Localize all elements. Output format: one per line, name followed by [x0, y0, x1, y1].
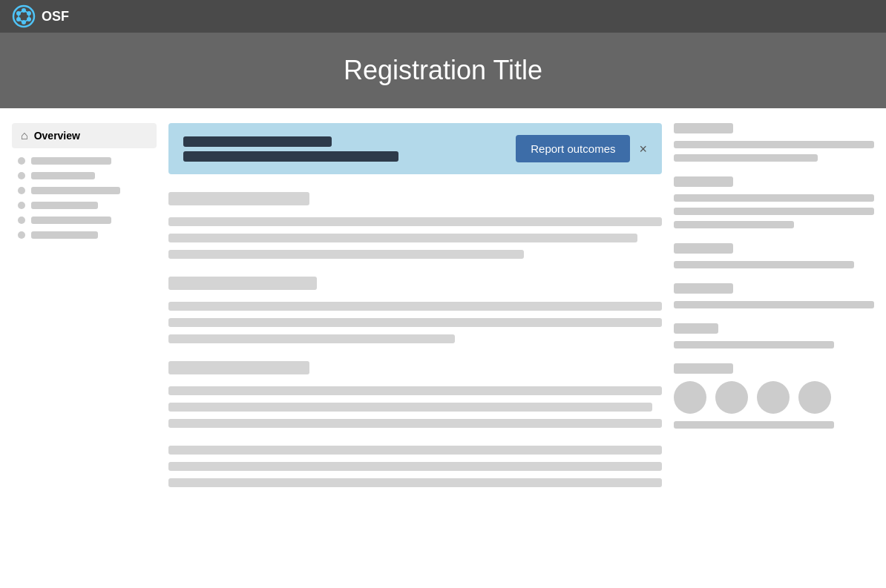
block-line	[168, 334, 455, 343]
rs-title	[674, 283, 733, 294]
rs-title	[674, 176, 733, 187]
list-item[interactable]	[18, 172, 157, 179]
sidebar-dot	[18, 202, 25, 209]
rs-block-4	[674, 283, 874, 308]
block-line	[168, 217, 662, 226]
block-line	[168, 386, 662, 395]
top-navigation: OSF	[0, 0, 886, 33]
sidebar-bar	[31, 172, 95, 179]
list-item[interactable]	[18, 202, 157, 209]
alert-text-line2	[183, 151, 398, 162]
osf-logo-text: OSF	[42, 9, 69, 24]
rs-title	[674, 123, 733, 133]
home-icon: ⌂	[21, 129, 28, 142]
alert-text-line1	[183, 136, 332, 147]
sidebar-bar	[31, 202, 98, 209]
rs-line	[674, 208, 874, 215]
content-block-3	[168, 361, 662, 428]
rs-line	[674, 421, 834, 429]
alert-actions: Report outcomes ×	[516, 135, 647, 162]
block-line	[168, 419, 662, 428]
main-content: Report outcomes ×	[168, 123, 662, 505]
rs-block-contributors	[674, 363, 874, 429]
content-block-1	[168, 192, 662, 259]
content-block-4	[168, 446, 662, 487]
avatar[interactable]	[715, 381, 748, 414]
rs-line	[674, 221, 794, 228]
rs-block-5	[674, 323, 874, 348]
rs-line	[674, 301, 874, 308]
rs-contributors-title	[674, 363, 733, 374]
osf-logo-icon	[12, 4, 36, 28]
rs-line	[674, 194, 874, 202]
sidebar-dot	[18, 157, 25, 165]
block-line	[168, 302, 662, 311]
block-title-2	[168, 277, 317, 290]
rs-line	[674, 341, 834, 348]
list-item[interactable]	[18, 187, 157, 194]
main-layout: ⌂ Overview	[0, 108, 886, 520]
block-line	[168, 446, 662, 455]
block-line	[168, 462, 662, 471]
right-sidebar	[674, 123, 874, 505]
sidebar-bar	[31, 217, 111, 224]
rs-title	[674, 323, 718, 334]
avatar[interactable]	[757, 381, 790, 414]
osf-logo: OSF	[12, 4, 69, 28]
sidebar-dot	[18, 187, 25, 194]
rs-block-1	[674, 123, 874, 162]
block-line	[168, 234, 637, 242]
sidebar-overview-item[interactable]: ⌂ Overview	[12, 123, 157, 148]
sidebar-dot	[18, 172, 25, 179]
close-alert-button[interactable]: ×	[639, 142, 647, 156]
avatar[interactable]	[674, 381, 706, 414]
block-line	[168, 478, 662, 487]
alert-text	[183, 136, 398, 162]
rs-line	[674, 261, 854, 268]
rs-line	[674, 154, 818, 162]
sidebar-nav-list	[12, 157, 157, 239]
report-outcomes-button[interactable]: Report outcomes	[516, 135, 630, 162]
sidebar-bar	[31, 231, 98, 239]
block-line	[168, 403, 652, 412]
sidebar-bar	[31, 187, 120, 194]
sidebar-dot	[18, 217, 25, 224]
page-title: Registration Title	[0, 55, 886, 86]
list-item[interactable]	[18, 231, 157, 239]
rs-line	[674, 141, 874, 148]
avatar[interactable]	[798, 381, 831, 414]
block-line	[168, 250, 524, 259]
page-header: Registration Title	[0, 33, 886, 108]
left-sidebar: ⌂ Overview	[12, 123, 157, 505]
rs-block-3	[674, 243, 874, 268]
list-item[interactable]	[18, 157, 157, 165]
alert-banner: Report outcomes ×	[168, 123, 662, 174]
sidebar-dot	[18, 231, 25, 239]
content-block-2	[168, 277, 662, 343]
block-title-3	[168, 361, 309, 374]
rs-title	[674, 243, 733, 254]
rs-block-2	[674, 176, 874, 228]
block-title-1	[168, 192, 309, 205]
sidebar-bar	[31, 157, 111, 165]
list-item[interactable]	[18, 217, 157, 224]
rs-avatars-row	[674, 381, 874, 414]
block-line	[168, 318, 662, 327]
sidebar-overview-label: Overview	[34, 130, 80, 142]
